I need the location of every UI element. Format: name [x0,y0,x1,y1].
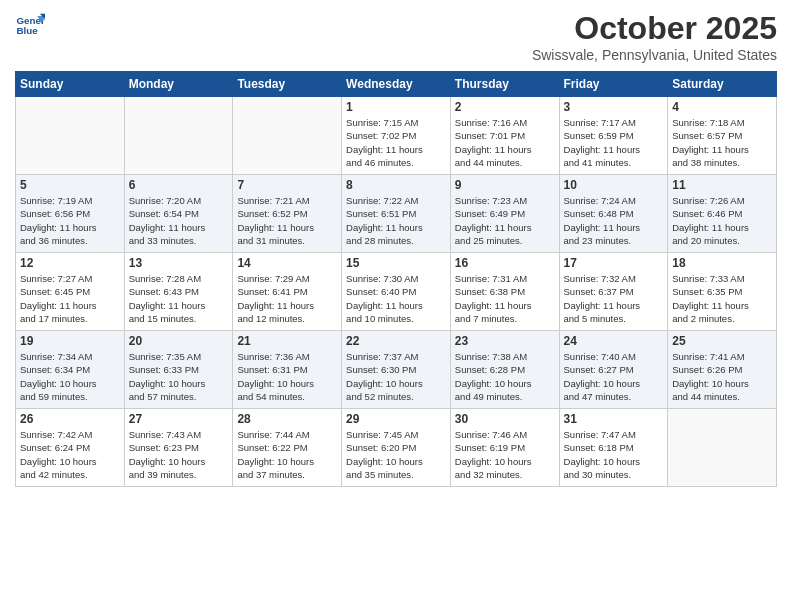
day-info: Sunrise: 7:33 AM Sunset: 6:35 PM Dayligh… [672,272,772,325]
cell-w1-d1: 6Sunrise: 7:20 AM Sunset: 6:54 PM Daylig… [124,175,233,253]
day-info: Sunrise: 7:42 AM Sunset: 6:24 PM Dayligh… [20,428,120,481]
cell-w3-d2: 21Sunrise: 7:36 AM Sunset: 6:31 PM Dayli… [233,331,342,409]
day-number: 27 [129,412,229,426]
week-row-2: 12Sunrise: 7:27 AM Sunset: 6:45 PM Dayli… [16,253,777,331]
day-info: Sunrise: 7:45 AM Sunset: 6:20 PM Dayligh… [346,428,446,481]
week-row-3: 19Sunrise: 7:34 AM Sunset: 6:34 PM Dayli… [16,331,777,409]
week-row-1: 5Sunrise: 7:19 AM Sunset: 6:56 PM Daylig… [16,175,777,253]
day-number: 17 [564,256,664,270]
cell-w4-d1: 27Sunrise: 7:43 AM Sunset: 6:23 PM Dayli… [124,409,233,487]
col-thursday: Thursday [450,72,559,97]
day-info: Sunrise: 7:46 AM Sunset: 6:19 PM Dayligh… [455,428,555,481]
cell-w2-d5: 17Sunrise: 7:32 AM Sunset: 6:37 PM Dayli… [559,253,668,331]
day-info: Sunrise: 7:20 AM Sunset: 6:54 PM Dayligh… [129,194,229,247]
cell-w0-d5: 3Sunrise: 7:17 AM Sunset: 6:59 PM Daylig… [559,97,668,175]
day-info: Sunrise: 7:28 AM Sunset: 6:43 PM Dayligh… [129,272,229,325]
col-saturday: Saturday [668,72,777,97]
cell-w1-d6: 11Sunrise: 7:26 AM Sunset: 6:46 PM Dayli… [668,175,777,253]
day-info: Sunrise: 7:26 AM Sunset: 6:46 PM Dayligh… [672,194,772,247]
cell-w0-d3: 1Sunrise: 7:15 AM Sunset: 7:02 PM Daylig… [342,97,451,175]
day-info: Sunrise: 7:16 AM Sunset: 7:01 PM Dayligh… [455,116,555,169]
day-number: 26 [20,412,120,426]
logo-icon: General Blue [15,10,45,40]
day-info: Sunrise: 7:34 AM Sunset: 6:34 PM Dayligh… [20,350,120,403]
cell-w0-d0 [16,97,125,175]
cell-w4-d2: 28Sunrise: 7:44 AM Sunset: 6:22 PM Dayli… [233,409,342,487]
day-info: Sunrise: 7:23 AM Sunset: 6:49 PM Dayligh… [455,194,555,247]
day-info: Sunrise: 7:29 AM Sunset: 6:41 PM Dayligh… [237,272,337,325]
day-number: 22 [346,334,446,348]
day-number: 8 [346,178,446,192]
cell-w0-d6: 4Sunrise: 7:18 AM Sunset: 6:57 PM Daylig… [668,97,777,175]
col-sunday: Sunday [16,72,125,97]
col-tuesday: Tuesday [233,72,342,97]
day-info: Sunrise: 7:35 AM Sunset: 6:33 PM Dayligh… [129,350,229,403]
location: Swissvale, Pennsylvania, United States [532,47,777,63]
cell-w2-d6: 18Sunrise: 7:33 AM Sunset: 6:35 PM Dayli… [668,253,777,331]
cell-w0-d2 [233,97,342,175]
day-number: 25 [672,334,772,348]
cell-w3-d3: 22Sunrise: 7:37 AM Sunset: 6:30 PM Dayli… [342,331,451,409]
day-info: Sunrise: 7:21 AM Sunset: 6:52 PM Dayligh… [237,194,337,247]
day-info: Sunrise: 7:19 AM Sunset: 6:56 PM Dayligh… [20,194,120,247]
cell-w2-d4: 16Sunrise: 7:31 AM Sunset: 6:38 PM Dayli… [450,253,559,331]
header: General Blue October 2025 Swissvale, Pen… [15,10,777,63]
day-info: Sunrise: 7:27 AM Sunset: 6:45 PM Dayligh… [20,272,120,325]
day-number: 12 [20,256,120,270]
page: General Blue October 2025 Swissvale, Pen… [0,0,792,612]
calendar-header-row: Sunday Monday Tuesday Wednesday Thursday… [16,72,777,97]
day-number: 31 [564,412,664,426]
cell-w4-d3: 29Sunrise: 7:45 AM Sunset: 6:20 PM Dayli… [342,409,451,487]
day-info: Sunrise: 7:32 AM Sunset: 6:37 PM Dayligh… [564,272,664,325]
day-number: 16 [455,256,555,270]
day-info: Sunrise: 7:36 AM Sunset: 6:31 PM Dayligh… [237,350,337,403]
cell-w1-d5: 10Sunrise: 7:24 AM Sunset: 6:48 PM Dayli… [559,175,668,253]
month-title: October 2025 [532,10,777,47]
cell-w0-d1 [124,97,233,175]
day-number: 2 [455,100,555,114]
cell-w3-d0: 19Sunrise: 7:34 AM Sunset: 6:34 PM Dayli… [16,331,125,409]
day-number: 9 [455,178,555,192]
cell-w1-d4: 9Sunrise: 7:23 AM Sunset: 6:49 PM Daylig… [450,175,559,253]
cell-w4-d4: 30Sunrise: 7:46 AM Sunset: 6:19 PM Dayli… [450,409,559,487]
day-info: Sunrise: 7:41 AM Sunset: 6:26 PM Dayligh… [672,350,772,403]
day-info: Sunrise: 7:18 AM Sunset: 6:57 PM Dayligh… [672,116,772,169]
title-area: October 2025 Swissvale, Pennsylvania, Un… [532,10,777,63]
week-row-0: 1Sunrise: 7:15 AM Sunset: 7:02 PM Daylig… [16,97,777,175]
cell-w2-d0: 12Sunrise: 7:27 AM Sunset: 6:45 PM Dayli… [16,253,125,331]
day-number: 18 [672,256,772,270]
svg-text:Blue: Blue [17,25,39,36]
day-number: 1 [346,100,446,114]
cell-w2-d1: 13Sunrise: 7:28 AM Sunset: 6:43 PM Dayli… [124,253,233,331]
day-number: 10 [564,178,664,192]
day-number: 13 [129,256,229,270]
cell-w0-d4: 2Sunrise: 7:16 AM Sunset: 7:01 PM Daylig… [450,97,559,175]
week-row-4: 26Sunrise: 7:42 AM Sunset: 6:24 PM Dayli… [16,409,777,487]
cell-w3-d5: 24Sunrise: 7:40 AM Sunset: 6:27 PM Dayli… [559,331,668,409]
cell-w2-d2: 14Sunrise: 7:29 AM Sunset: 6:41 PM Dayli… [233,253,342,331]
day-info: Sunrise: 7:37 AM Sunset: 6:30 PM Dayligh… [346,350,446,403]
day-info: Sunrise: 7:44 AM Sunset: 6:22 PM Dayligh… [237,428,337,481]
day-number: 5 [20,178,120,192]
calendar: Sunday Monday Tuesday Wednesday Thursday… [15,71,777,487]
day-number: 7 [237,178,337,192]
cell-w3-d4: 23Sunrise: 7:38 AM Sunset: 6:28 PM Dayli… [450,331,559,409]
cell-w4-d6 [668,409,777,487]
cell-w3-d1: 20Sunrise: 7:35 AM Sunset: 6:33 PM Dayli… [124,331,233,409]
day-number: 29 [346,412,446,426]
day-number: 28 [237,412,337,426]
cell-w1-d3: 8Sunrise: 7:22 AM Sunset: 6:51 PM Daylig… [342,175,451,253]
day-number: 24 [564,334,664,348]
cell-w4-d0: 26Sunrise: 7:42 AM Sunset: 6:24 PM Dayli… [16,409,125,487]
cell-w1-d0: 5Sunrise: 7:19 AM Sunset: 6:56 PM Daylig… [16,175,125,253]
day-number: 6 [129,178,229,192]
day-number: 4 [672,100,772,114]
day-info: Sunrise: 7:31 AM Sunset: 6:38 PM Dayligh… [455,272,555,325]
day-number: 19 [20,334,120,348]
day-info: Sunrise: 7:22 AM Sunset: 6:51 PM Dayligh… [346,194,446,247]
day-info: Sunrise: 7:38 AM Sunset: 6:28 PM Dayligh… [455,350,555,403]
cell-w3-d6: 25Sunrise: 7:41 AM Sunset: 6:26 PM Dayli… [668,331,777,409]
day-info: Sunrise: 7:15 AM Sunset: 7:02 PM Dayligh… [346,116,446,169]
day-number: 20 [129,334,229,348]
day-number: 3 [564,100,664,114]
